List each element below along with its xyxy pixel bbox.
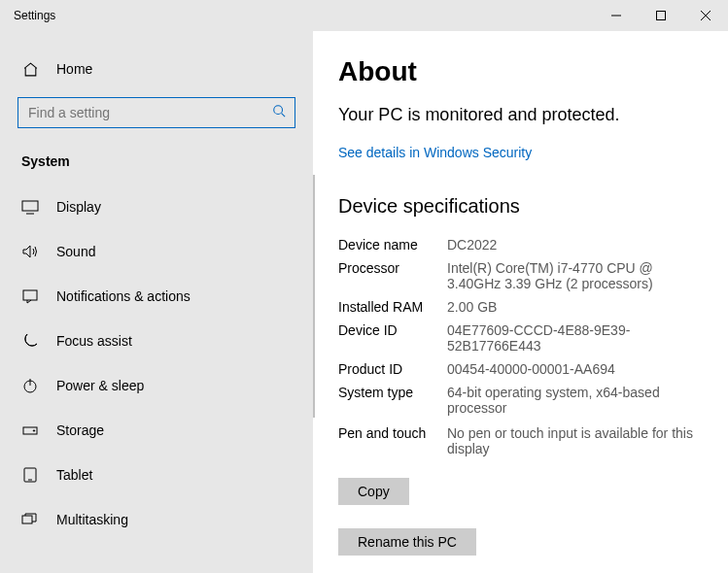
tablet-icon (21, 466, 39, 484)
sidebar-item-power[interactable]: Power & sleep (0, 363, 313, 408)
protection-status: Your PC is monitored and protected. (338, 105, 709, 125)
storage-icon (21, 421, 39, 439)
home-nav[interactable]: Home (0, 51, 313, 87)
search-input[interactable] (17, 97, 295, 128)
spec-row-processor: Processor Intel(R) Core(TM) i7-4770 CPU … (338, 260, 709, 291)
search-container (17, 97, 295, 128)
spec-value: 2.00 GB (447, 299, 709, 315)
sidebar-item-label: Display (56, 199, 101, 215)
sidebar-item-focus[interactable]: Focus assist (0, 319, 313, 363)
sidebar-item-tablet[interactable]: Tablet (0, 453, 313, 497)
window-title: Settings (0, 9, 55, 22)
minimize-button[interactable] (594, 0, 639, 31)
spec-row-device-name: Device name DC2022 (338, 237, 709, 253)
copy-button[interactable]: Copy (338, 478, 409, 505)
sidebar-item-label: Focus assist (56, 333, 132, 349)
sidebar-item-label: Sound (56, 244, 95, 259)
spec-label: Device name (338, 237, 447, 253)
sidebar-section-label: System (0, 146, 313, 185)
spec-row-device-id: Device ID 04E77609-CCCD-4E88-9E39-52B177… (338, 322, 709, 354)
sidebar-item-label: Multitasking (56, 512, 128, 527)
svg-rect-15 (22, 516, 32, 523)
spec-value: 04E77609-CCCD-4E88-9E39-52B17766E443 (447, 322, 709, 354)
spec-value: DC2022 (447, 237, 709, 253)
home-icon (21, 60, 39, 78)
sidebar-item-notifications[interactable]: Notifications & actions (0, 274, 313, 319)
spec-value: 64-bit operating system, x64-based proce… (447, 385, 709, 416)
spec-row-system-type: System type 64-bit operating system, x64… (338, 385, 709, 416)
sidebar-item-multitasking[interactable]: Multitasking (0, 497, 313, 542)
spec-label: Pen and touch (338, 425, 447, 456)
notifications-icon (21, 287, 39, 305)
home-label: Home (56, 61, 92, 77)
maximize-button[interactable] (639, 0, 683, 31)
device-spec-heading: Device specifications (338, 195, 709, 218)
svg-rect-8 (23, 290, 37, 300)
security-link[interactable]: See details in Windows Security (338, 145, 709, 160)
spec-value: No pen or touch input is available for t… (447, 425, 709, 456)
rename-pc-button[interactable]: Rename this PC (338, 528, 476, 556)
page-title: About (338, 56, 709, 87)
spec-row-ram: Installed RAM 2.00 GB (338, 299, 709, 315)
sidebar: Home System Display Sound (0, 31, 313, 573)
display-icon (21, 198, 39, 216)
svg-rect-6 (22, 201, 38, 211)
titlebar: Settings (0, 0, 728, 31)
sidebar-item-label: Notifications & actions (56, 288, 191, 304)
svg-point-12 (33, 430, 34, 431)
focus-assist-icon (21, 332, 39, 350)
sidebar-item-sound[interactable]: Sound (0, 229, 313, 274)
sidebar-item-label: Tablet (56, 467, 92, 483)
spec-row-product-id: Product ID 00454-40000-00001-AA694 (338, 361, 709, 377)
spec-label: System type (338, 385, 447, 416)
power-icon (21, 377, 39, 394)
spec-label: Device ID (338, 322, 447, 354)
spec-label: Product ID (338, 361, 447, 377)
sound-icon (21, 243, 39, 260)
spec-label: Installed RAM (338, 299, 447, 315)
multitasking-icon (21, 511, 39, 528)
sidebar-item-storage[interactable]: Storage (0, 408, 313, 453)
spec-label: Processor (338, 260, 447, 291)
content-area: About Your PC is monitored and protected… (313, 31, 728, 573)
spec-value: 00454-40000-00001-AA694 (447, 361, 709, 377)
sidebar-item-label: Power & sleep (56, 378, 144, 393)
sidebar-item-label: Storage (56, 422, 104, 438)
spec-row-pen-touch: Pen and touch No pen or touch input is a… (338, 425, 709, 456)
spec-value: Intel(R) Core(TM) i7-4770 CPU @ 3.40GHz … (447, 260, 709, 291)
svg-rect-1 (657, 12, 666, 20)
close-button[interactable] (683, 0, 728, 31)
sidebar-item-display[interactable]: Display (0, 185, 313, 229)
